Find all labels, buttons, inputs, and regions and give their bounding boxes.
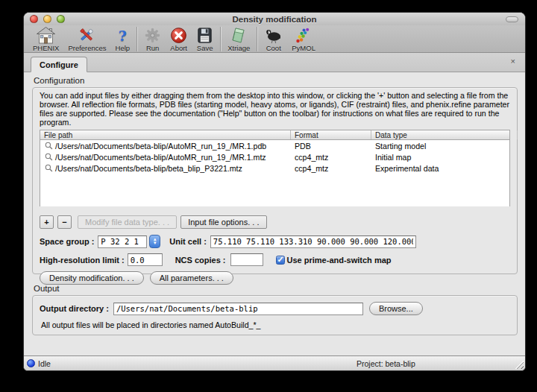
toolbar-label-pymol: PyMOL <box>292 44 315 52</box>
input-file-options-button[interactable]: Input file options. . . <box>180 215 266 229</box>
toolbar-button-xtriage[interactable]: Xtriage <box>223 26 254 53</box>
tab-configure[interactable]: Configure <box>31 57 87 72</box>
column-header-data-type[interactable]: Data type <box>371 130 518 139</box>
toolbar-label-abort: Abort <box>170 44 187 52</box>
xtriage-crystal-icon <box>230 27 248 44</box>
run-gear-icon <box>144 27 161 44</box>
toolbar: PHENIX Preferences ? <box>24 25 525 53</box>
toolbar-label-help: Help <box>116 44 131 52</box>
toolbar-button-phenix[interactable]: PHENIX <box>28 26 63 53</box>
close-window-button[interactable] <box>30 15 38 23</box>
toolbar-button-coot[interactable]: Coot <box>260 26 287 53</box>
input-files-table[interactable]: File path Format Data type /Users/nat/Do… <box>40 130 510 206</box>
tab-close-icon[interactable]: × <box>511 57 515 66</box>
status-bar: Idle Project: beta-blip <box>24 355 525 370</box>
modify-file-data-type-button[interactable]: Modify file data type. . . <box>78 215 177 229</box>
format-cell: ccp4_mtz <box>291 153 371 162</box>
file-path-cell: /Users/nat/Documents/beta-blip/AutoMR_ru… <box>55 153 266 162</box>
instructions-text: You can add input files by either draggi… <box>40 91 510 127</box>
toolbar-separator <box>257 27 257 51</box>
prime-and-switch-checkbox[interactable] <box>276 256 285 265</box>
configuration-groupbox: You can add input files by either draggi… <box>32 87 518 274</box>
ncs-copies-input[interactable] <box>230 253 263 266</box>
toolbar-label-xtriage: Xtriage <box>227 44 250 52</box>
space-group-input[interactable] <box>98 235 147 248</box>
title-bar[interactable]: Density modification <box>24 13 525 25</box>
app-window: Density modification PHENIX <box>23 12 526 371</box>
file-path-cell: /Users/nat/Documents/beta-blip/AutoMR_ru… <box>55 142 266 151</box>
configure-panel: Configuration You can add input files by… <box>24 72 525 355</box>
output-directory-label: Output directory : <box>40 304 109 313</box>
abort-icon <box>170 27 187 44</box>
traffic-lights <box>30 15 65 23</box>
resolution-row: High-resolution limit : NCS copies : Use… <box>40 253 510 266</box>
output-section-title: Output <box>34 284 518 293</box>
phenix-house-icon <box>37 27 55 44</box>
toolbar-button-pymol[interactable]: PyMOL <box>287 26 320 53</box>
browse-button[interactable]: Browse... <box>369 302 423 315</box>
density-modification-button[interactable]: Density modification. . . <box>40 271 144 285</box>
resize-grip[interactable] <box>515 360 524 369</box>
high-resolution-limit-label: High-resolution limit : <box>40 256 125 265</box>
format-cell: ccp4_mtz <box>291 164 371 173</box>
configuration-section-title: Configuration <box>34 76 518 85</box>
project-label: Project: beta-blip <box>357 359 415 368</box>
status-indicator-icon <box>27 359 35 367</box>
coot-bird-icon <box>264 27 283 44</box>
toolbar-label-preferences: Preferences <box>68 44 106 52</box>
prime-and-switch-label: Use prime-and-switch map <box>287 256 392 265</box>
magnifier-icon <box>45 164 53 172</box>
all-parameters-button[interactable]: All parameters. . . <box>150 271 233 285</box>
file-path-cell: /Users/nat/Documents/beta-blip/beta_blip… <box>55 164 242 173</box>
table-button-row: + − Modify file data type. . . Input fil… <box>40 215 510 229</box>
toolbar-toggle-button[interactable] <box>506 16 518 22</box>
preferences-tools-icon <box>78 27 96 44</box>
table-row[interactable]: /Users/nat/Documents/beta-blip/AutoMR_ru… <box>40 140 509 151</box>
help-question-icon: ? <box>119 27 127 44</box>
space-group-stepper[interactable]: ▲▼ <box>149 235 160 248</box>
space-group-label: Space group : <box>40 237 94 246</box>
table-row[interactable]: /Users/nat/Documents/beta-blip/AutoMR_ru… <box>40 151 509 162</box>
table-header-row: File path Format Data type <box>40 130 509 140</box>
data-type-cell: Starting model <box>371 142 518 151</box>
toolbar-button-abort[interactable]: Abort <box>166 26 192 53</box>
data-type-cell: Experimental data <box>371 164 518 173</box>
tab-configure-label: Configure <box>40 60 78 69</box>
toolbar-button-save[interactable]: Save <box>192 26 218 53</box>
output-directory-input[interactable] <box>113 303 363 315</box>
toolbar-label-save: Save <box>197 44 213 52</box>
toolbar-label-phenix: PHENIX <box>33 44 59 52</box>
toolbar-separator <box>136 27 137 51</box>
data-type-cell: Initial map <box>371 153 518 162</box>
table-row[interactable]: /Users/nat/Documents/beta-blip/beta_blip… <box>40 162 509 174</box>
format-cell: PDB <box>291 142 371 151</box>
status-text: Idle <box>38 359 51 368</box>
action-button-row: Density modification. . . All parameters… <box>40 271 510 285</box>
zoom-window-button[interactable] <box>57 15 65 23</box>
toolbar-button-preferences[interactable]: Preferences <box>63 26 110 53</box>
toolbar-button-run[interactable]: Run <box>139 26 166 53</box>
magnifier-icon <box>45 142 53 150</box>
unit-cell-label: Unit cell : <box>169 237 207 246</box>
tab-bar: Configure × <box>24 53 525 72</box>
ncs-copies-label: NCS copies : <box>175 256 226 265</box>
output-groupbox: Output directory : Browse... All output … <box>32 295 518 335</box>
toolbar-button-help[interactable]: ? Help <box>111 26 135 53</box>
output-directory-row: Output directory : Browse... <box>40 302 510 315</box>
pymol-ribbon-icon <box>295 27 313 44</box>
table-body: /Users/nat/Documents/beta-blip/AutoMR_ru… <box>40 140 509 206</box>
output-note-text: All output files will be placed in direc… <box>41 320 510 329</box>
window-title: Density modification <box>232 15 316 24</box>
toolbar-label-run: Run <box>146 44 159 52</box>
add-file-button[interactable]: + <box>40 215 54 229</box>
symmetry-row: Space group : ▲▼ Unit cell : <box>40 235 510 248</box>
column-header-spacer <box>518 130 521 139</box>
remove-file-button[interactable]: − <box>57 215 72 229</box>
unit-cell-input[interactable] <box>210 235 416 248</box>
save-floppy-icon <box>196 27 213 44</box>
toolbar-label-coot: Coot <box>266 44 281 52</box>
high-resolution-limit-input[interactable] <box>128 253 163 266</box>
column-header-file-path[interactable]: File path <box>40 130 291 139</box>
column-header-format[interactable]: Format <box>291 130 371 139</box>
minimize-window-button[interactable] <box>43 15 51 23</box>
